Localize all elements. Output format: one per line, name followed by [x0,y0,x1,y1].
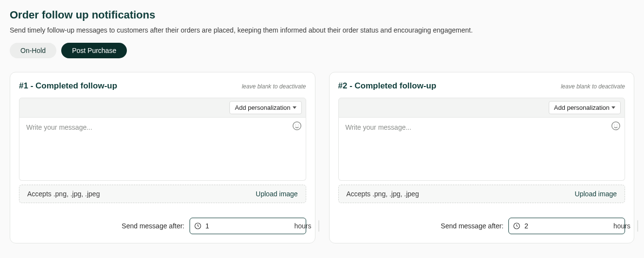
chevron-down-icon [611,106,615,109]
svg-point-1 [295,125,296,125]
tab-post-purchase[interactable]: Post Purchase [61,43,127,58]
delay-stepper [637,220,638,232]
clock-icon [194,222,202,230]
upload-accepts-text: Accepts .png, .jpg, .jpeg [27,190,100,198]
tab-on-hold[interactable]: On-Hold [10,43,56,58]
delay-field: hours [508,218,625,234]
emoji-icon[interactable] [610,120,621,131]
add-personalization-button[interactable]: Add personalization [549,101,621,114]
svg-point-4 [612,122,620,130]
upload-image-link[interactable]: Upload image [575,190,617,198]
deactivate-hint: leave blank to deactivate [242,83,306,90]
delay-stepper [318,220,319,232]
add-personalization-button[interactable]: Add personalization [229,101,301,114]
followup-card-1: #1 - Completed follow-up leave blank to … [10,72,315,243]
editor-toolbar: Add personalization [338,98,626,118]
delay-unit-label: hours [295,222,312,230]
card-title: #1 - Completed follow-up [19,81,117,91]
add-personalization-label: Add personalization [235,104,290,111]
add-personalization-label: Add personalization [554,104,609,111]
chevron-down-icon [293,106,296,109]
emoji-icon[interactable] [292,120,302,131]
followup-card-2: #2 - Completed follow-up leave blank to … [329,72,635,243]
stepper-down-button[interactable] [319,226,319,231]
send-after-label: Send message after: [122,222,184,230]
delay-value-input[interactable] [206,222,291,230]
card-title: #2 - Completed follow-up [338,81,436,91]
stepper-up-button[interactable] [638,221,638,226]
deactivate-hint: leave blank to deactivate [561,83,625,90]
delay-value-input[interactable] [524,222,609,230]
clock-icon [513,222,521,230]
delay-unit-label: hours [613,222,630,230]
message-input[interactable] [19,118,306,181]
stepper-up-button[interactable] [319,221,319,226]
tabs: On-Hold Post Purchase [10,43,634,58]
svg-point-0 [293,122,301,130]
send-after-label: Send message after: [441,222,504,230]
upload-accepts-text: Accepts .png, .jpg, .jpeg [347,190,419,198]
upload-dropzone[interactable]: Accepts .png, .jpg, .jpeg Upload image [338,185,626,203]
svg-point-5 [614,125,615,125]
svg-point-2 [298,125,298,125]
stepper-down-button[interactable] [638,226,638,231]
upload-image-link[interactable]: Upload image [256,190,297,198]
message-input[interactable] [338,118,626,181]
page-title: Order follow up notifications [10,9,634,21]
delay-field: hours [190,218,306,234]
upload-dropzone[interactable]: Accepts .png, .jpg, .jpeg Upload image [19,185,306,203]
svg-point-6 [617,125,617,125]
editor-toolbar: Add personalization [19,98,306,118]
page-subtitle: Send timely follow-up messages to custom… [10,26,634,34]
